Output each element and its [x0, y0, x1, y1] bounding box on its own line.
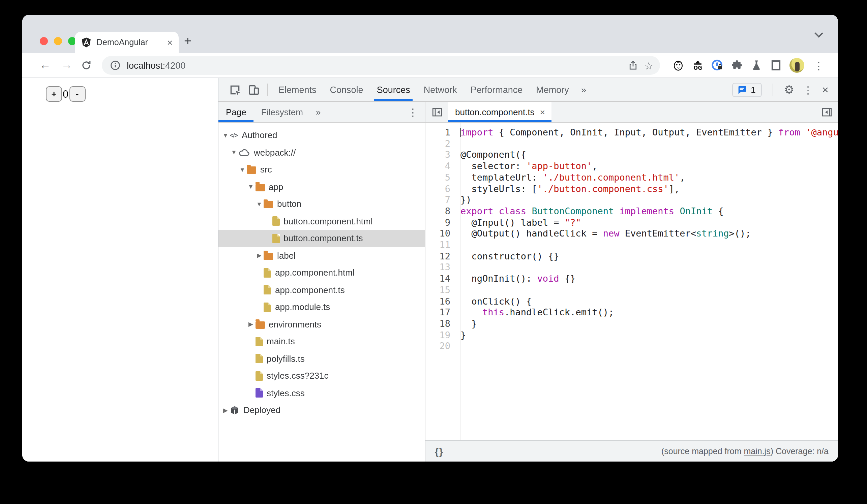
flask-extension-icon[interactable]	[750, 59, 762, 72]
password-manager-extension-icon[interactable]	[711, 59, 724, 72]
tree-item-styles.css[interactable]: styles.css	[218, 384, 425, 402]
line-number[interactable]: 16	[425, 295, 455, 307]
tree-expander-icon[interactable]: ▼	[255, 201, 264, 208]
forward-button[interactable]: →	[58, 59, 75, 72]
tree-item-button.component.html[interactable]: button.component.html	[218, 212, 425, 230]
back-button[interactable]: ←	[37, 59, 53, 72]
line-number[interactable]: 3	[425, 149, 455, 160]
tree-item-authored[interactable]: ▼</>Authored	[218, 127, 425, 144]
line-number[interactable]: 9	[425, 217, 455, 228]
tree-item-app.component.html[interactable]: app.component.html	[218, 264, 425, 281]
reload-button[interactable]	[80, 59, 92, 72]
devtools-menu-kebab-icon[interactable]: ⋮	[801, 85, 815, 95]
sidebar-menu-kebab-icon[interactable]: ⋮	[401, 102, 425, 122]
line-number[interactable]: 1	[425, 127, 455, 138]
toggle-navigator-icon[interactable]	[425, 102, 448, 122]
line-number[interactable]: 14	[425, 273, 455, 284]
line-number[interactable]: 18	[425, 318, 455, 329]
toggle-debugger-sidebar-icon[interactable]	[815, 102, 838, 122]
code-editor[interactable]: 1import { Component, OnInit, Input, Outp…	[425, 123, 838, 440]
decrement-button[interactable]: -	[69, 86, 85, 102]
close-window-button[interactable]	[40, 37, 48, 45]
tree-item-app.module.ts[interactable]: app.module.ts	[218, 298, 425, 316]
minimize-window-button[interactable]	[54, 37, 62, 45]
sidebar-more-chevron[interactable]: »	[310, 102, 326, 122]
line-number[interactable]: 6	[425, 183, 455, 194]
side-panel-extension-icon[interactable]	[770, 59, 782, 72]
share-icon[interactable]	[627, 60, 638, 71]
line-number[interactable]: 20	[425, 341, 455, 352]
mask-extension-icon[interactable]	[672, 59, 684, 72]
code-line-10: 10 @Output() handleClick = new EventEmit…	[425, 228, 838, 239]
editor-tab-close-icon[interactable]: ×	[540, 107, 545, 117]
devtools-tab-console[interactable]: Console	[323, 78, 370, 101]
settings-gear-icon[interactable]: ⚙	[784, 84, 794, 95]
profile-avatar[interactable]	[790, 58, 804, 73]
tree-item-polyfills.ts[interactable]: polyfills.ts	[218, 350, 425, 367]
line-number[interactable]: 15	[425, 284, 455, 295]
line-number[interactable]: 8	[425, 206, 455, 217]
tree-item-button.component.ts[interactable]: button.component.ts	[218, 230, 425, 247]
site-info-icon[interactable]	[110, 60, 121, 71]
line-number[interactable]: 10	[425, 228, 455, 239]
increment-button[interactable]: +	[46, 86, 62, 102]
screen: DemoAngular × + ← → localhost:4200	[0, 0, 867, 504]
sidebar-tab-filesystem[interactable]: Filesystem	[254, 102, 310, 122]
line-number[interactable]: 13	[425, 262, 455, 273]
devtools-tab-performance[interactable]: Performance	[464, 78, 529, 101]
device-toolbar-icon[interactable]	[244, 81, 263, 98]
code-line-text	[455, 239, 838, 250]
tree-item-label[interactable]: ▶label	[218, 247, 425, 264]
folder-icon	[255, 184, 265, 191]
line-number[interactable]: 2	[425, 138, 455, 149]
tree-item-app.component.ts[interactable]: app.component.ts	[218, 281, 425, 298]
editor-tab[interactable]: button.component.ts ×	[448, 102, 552, 122]
code-line-text	[455, 138, 838, 149]
line-number[interactable]: 5	[425, 172, 455, 183]
devtools-close-icon[interactable]: ×	[822, 84, 831, 95]
tab-search-chevron-icon[interactable]	[814, 29, 823, 37]
tree-expander-icon[interactable]: ▼	[246, 184, 255, 190]
line-number[interactable]: 7	[425, 194, 455, 205]
issues-button[interactable]: 1	[732, 83, 761, 97]
devtools-tab-sources[interactable]: Sources	[370, 78, 417, 101]
inspect-element-icon[interactable]	[225, 81, 244, 98]
tree-expander-icon[interactable]: ▼	[221, 132, 230, 139]
line-number[interactable]: 4	[425, 160, 455, 172]
line-number[interactable]: 19	[425, 329, 455, 340]
bookmark-star-icon[interactable]: ☆	[644, 60, 653, 70]
line-number[interactable]: 11	[425, 239, 455, 250]
sidebar-tab-page[interactable]: Page	[218, 102, 254, 122]
more-panels-chevron[interactable]: »	[576, 84, 592, 95]
tree-item-app[interactable]: ▼app	[218, 178, 425, 195]
devtools-tab-memory[interactable]: Memory	[529, 78, 576, 101]
incognito-og-extension-icon[interactable]: OG	[692, 59, 704, 72]
browser-tab[interactable]: DemoAngular ×	[75, 32, 179, 53]
pretty-print-icon[interactable]: {}	[435, 446, 443, 457]
tree-item-src[interactable]: ▼src	[218, 161, 425, 178]
line-number[interactable]: 17	[425, 307, 455, 318]
tree-item-webpack-[interactable]: ▼webpack://	[218, 144, 425, 161]
browser-menu-kebab-icon[interactable]: ⋮	[812, 60, 826, 70]
tree-item-styles.css-231c[interactable]: styles.css?231c	[218, 367, 425, 384]
source-map-link[interactable]: main.js	[743, 446, 770, 456]
tree-item-environments[interactable]: ▶environments	[218, 316, 425, 333]
tree-expander-icon[interactable]: ▼	[229, 149, 238, 156]
tree-item-button[interactable]: ▼button	[218, 195, 425, 212]
tree-expander-icon[interactable]: ▼	[238, 166, 247, 173]
tree-item-main.ts[interactable]: main.ts	[218, 333, 425, 350]
tree-expander-icon[interactable]: ▶	[246, 321, 255, 328]
devtools-tab-network[interactable]: Network	[417, 78, 464, 101]
new-tab-button[interactable]: +	[184, 34, 192, 48]
code-line-14: 14 ngOnInit(): void {}	[425, 273, 838, 284]
line-number[interactable]: 12	[425, 250, 455, 261]
devtools-tab-elements[interactable]: Elements	[272, 78, 323, 101]
url-bar[interactable]: localhost:4200 ☆	[102, 56, 660, 75]
code-line-9: 9 @Input() label = "?"	[425, 217, 838, 228]
tree-expander-icon[interactable]: ▶	[255, 252, 264, 259]
tab-close-icon[interactable]: ×	[167, 38, 173, 47]
tree-item-deployed[interactable]: ▶Deployed	[218, 402, 425, 419]
tree-expander-icon[interactable]: ▶	[221, 407, 230, 414]
extensions-puzzle-icon[interactable]	[731, 59, 743, 72]
devtools-panel: ElementsConsoleSourcesNetworkPerformance…	[218, 78, 838, 462]
